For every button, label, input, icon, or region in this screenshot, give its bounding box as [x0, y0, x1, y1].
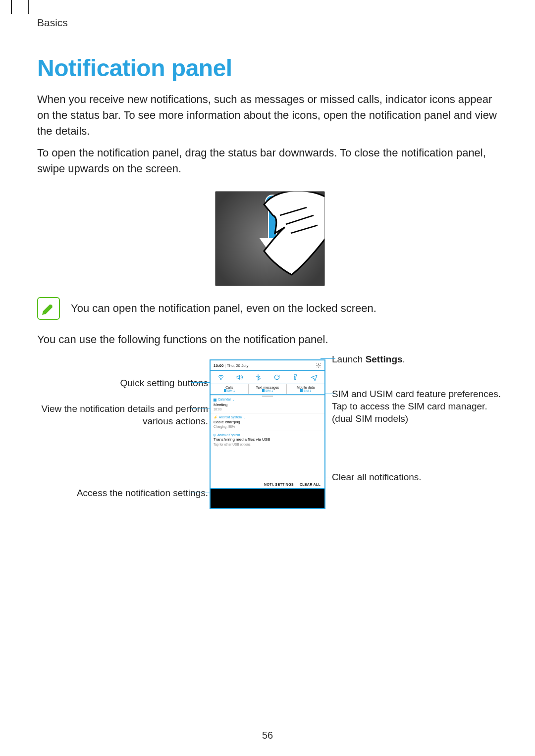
page-binding-decor [11, 0, 29, 14]
bluetooth-icon[interactable] [255, 374, 262, 381]
swipe-down-illustration: 10:00 [215, 191, 325, 286]
callout-clear-all: Clear all notifications. [332, 471, 503, 484]
sim-texts-label: SIM 1 [262, 389, 273, 392]
sim-texts-head: Text messages [249, 386, 286, 389]
chevron-down-icon[interactable]: ⌄ [232, 398, 235, 402]
sim-calls-cell[interactable]: Calls SIM 1 [211, 384, 249, 394]
notif-app: Android System [219, 415, 242, 419]
calendar-icon [214, 399, 216, 402]
sound-icon[interactable] [236, 374, 243, 381]
flashlight-icon[interactable] [292, 374, 299, 381]
rotate-icon[interactable] [273, 374, 280, 381]
sim-data-cell[interactable]: Mobile data SIM 1 [287, 384, 324, 394]
bolt-icon: ⚡ [214, 415, 217, 419]
notif-title: Meeting [214, 403, 321, 407]
usb-icon: ψ [214, 433, 216, 437]
panel-time-date: 10:00 | Thu, 20 July [214, 363, 248, 368]
notif-app: Android System [217, 433, 240, 437]
launch-settings-prefix: Launch [332, 354, 366, 364]
svg-point-2 [318, 365, 320, 366]
panel-date: Thu, 20 July [227, 363, 249, 368]
sim-calls-head: Calls [211, 386, 248, 389]
airplane-icon[interactable] [311, 374, 318, 381]
chevron-down-icon[interactable]: ⌄ [243, 416, 246, 420]
notification-card[interactable]: ψ Android System Transferring media file… [211, 431, 324, 448]
notif-title: Cable charging [214, 420, 321, 425]
gear-icon[interactable] [316, 362, 321, 368]
sim-calls-label: SIM 1 [224, 389, 235, 392]
hand-icon [249, 191, 325, 286]
notif-sub: 10:00 [214, 407, 321, 411]
page-title: Notification panel [37, 54, 503, 82]
intro-paragraph-2: To open the notification panel, drag the… [37, 145, 503, 177]
notification-card[interactable]: Calendar ⌄ Meeting 10:00 [211, 396, 324, 413]
phone-nav-strip [211, 488, 324, 508]
notification-panel-diagram: Quick setting buttons View the notificat… [37, 353, 503, 522]
functions-intro: You can use the following functions on t… [37, 332, 503, 348]
notif-sub: Charging: 98% [214, 425, 321, 429]
page-number: 56 [262, 730, 273, 741]
launch-settings-suffix: . [403, 354, 405, 364]
callout-noti-settings: Access the notification settings. [37, 487, 208, 500]
intro-paragraph-1: When you receive new notifications, such… [37, 92, 503, 139]
note-icon [37, 297, 60, 320]
callout-notification-details: View the notification details and perfor… [37, 403, 208, 427]
notif-title: Transferring media files via USB [214, 437, 321, 442]
notification-card[interactable]: ⚡Android System ⌄ Cable charging Chargin… [211, 413, 324, 430]
quick-settings-row[interactable] [211, 371, 324, 384]
launch-settings-strong: Settings [366, 354, 403, 364]
phone-mockup: 10:00 | Thu, 20 July Calls SIM 1 [210, 359, 325, 509]
noti-settings-button[interactable]: NOTI. SETTINGS [264, 483, 294, 486]
svg-point-3 [220, 379, 221, 380]
drag-handle-icon[interactable] [262, 396, 273, 397]
sim-manager-row[interactable]: Calls SIM 1 Text messages SIM 1 Mobile d… [211, 384, 324, 395]
section-header: Basics [37, 17, 68, 29]
note-text: You can open the notification panel, eve… [71, 302, 376, 315]
notif-sub: Tap for other USB options. [214, 443, 321, 447]
sim-data-head: Mobile data [287, 386, 324, 389]
sim-data-label: SIM 1 [300, 389, 312, 392]
sim-texts-cell[interactable]: Text messages SIM 1 [249, 384, 287, 394]
callout-launch-settings: Launch Settings. [332, 353, 503, 366]
panel-time: 10:00 [214, 363, 223, 368]
callout-quick-settings: Quick setting buttons [37, 377, 208, 390]
leader-line [321, 358, 335, 359]
clear-all-button[interactable]: CLEAR ALL [300, 483, 321, 486]
notif-app: Calendar [218, 398, 231, 402]
callout-sim-manager: SIM and USIM card feature preferences. T… [332, 388, 503, 425]
wifi-icon[interactable] [217, 374, 224, 381]
